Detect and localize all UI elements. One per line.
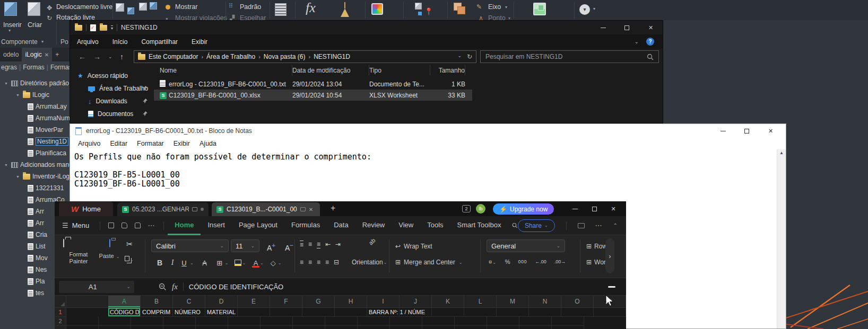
spreadsheet-cell[interactable]: BARRA Nº: 1 / NÚME xyxy=(367,308,400,317)
tree-item[interactable]: ▼ 13221331 xyxy=(0,182,70,194)
free-move-button[interactable]: Deslocamento livre xyxy=(56,3,112,11)
tree-item[interactable]: ▼ Diretórios padrão xyxy=(0,77,70,89)
properties-qat-icon[interactable] xyxy=(90,24,96,31)
empty-cells[interactable] xyxy=(66,317,584,326)
notepad-menu-item[interactable]: Arquivo xyxy=(73,140,105,147)
align-center-icon[interactable]: ≡ xyxy=(308,259,312,266)
wrap-text-button[interactable]: ↩ Wrap Text xyxy=(395,243,432,250)
column-header[interactable]: A xyxy=(108,296,141,308)
spreadsheet-cell[interactable]: MATERIAL xyxy=(205,308,238,317)
explorer-menu-item[interactable]: Exibir xyxy=(185,34,214,49)
close-button[interactable]: ✕ xyxy=(604,201,623,216)
italic-icon[interactable]: I xyxy=(166,259,179,267)
breadcrumb-segment[interactable]: Área de Trabalho xyxy=(206,53,255,60)
column-header[interactable]: L xyxy=(464,296,497,308)
insert-button-label[interactable]: Inserir xyxy=(3,21,22,29)
show-button[interactable]: Mostrar xyxy=(175,3,197,11)
row-3-header[interactable] xyxy=(55,326,66,329)
insert-component-icon[interactable] xyxy=(4,2,17,16)
column-header[interactable]: B xyxy=(141,296,173,308)
create-button-label[interactable]: Criar xyxy=(28,21,42,29)
wps-menu-tab[interactable]: Review xyxy=(355,216,392,235)
column-size[interactable]: Tamanho xyxy=(430,65,465,76)
expander-icon[interactable]: ▼ xyxy=(16,93,21,97)
zoom-formula-icon[interactable] xyxy=(159,283,167,291)
ribbon-options-icon[interactable]: ▾ xyxy=(593,6,595,11)
wps-menu-tab[interactable]: Tools xyxy=(420,216,450,235)
name-box-dropdown-icon[interactable]: ⌄ xyxy=(126,284,131,289)
notepad-titlebar[interactable]: errorLog - C123019_BF-B6-C0001_00.txt - … xyxy=(70,124,786,138)
simplify-icon[interactable] xyxy=(533,3,546,15)
insert-dropdown-icon[interactable]: ▾ xyxy=(8,28,11,33)
spreadsheet-cell[interactable] xyxy=(464,308,497,317)
cut-icon[interactable]: ✂ xyxy=(125,239,135,249)
align-middle-icon[interactable]: ≡ xyxy=(308,241,312,248)
spreadsheet-cell[interactable] xyxy=(432,308,464,317)
percent-icon[interactable]: % xyxy=(505,259,510,265)
scroll-up-icon[interactable]: ▲ xyxy=(777,149,786,157)
cell-name-box[interactable]: A1 ⌄ xyxy=(59,281,134,293)
create-component-icon[interactable] xyxy=(28,2,40,16)
wps-menu-tab[interactable]: Page Layout xyxy=(232,216,284,235)
column-header[interactable]: F xyxy=(270,296,302,308)
address-dropdown-icon[interactable]: ⌄ xyxy=(457,53,462,60)
currency-icon[interactable]: ¤⌄ xyxy=(489,259,497,265)
expander-icon[interactable]: ▼ xyxy=(4,163,9,167)
open-folder-icon[interactable] xyxy=(108,223,114,228)
fill-color-icon[interactable] xyxy=(235,260,241,264)
explorer-titlebar[interactable]: ▾ NESTING1D ✕ xyxy=(70,21,663,34)
forward-icon[interactable]: → xyxy=(93,52,101,61)
notepad-scrollbar[interactable]: ▲ xyxy=(777,149,786,328)
column-header[interactable]: C xyxy=(173,296,205,308)
close-button[interactable]: ✕ xyxy=(639,21,663,34)
move-bodies-icon[interactable] xyxy=(116,3,124,12)
paste-button[interactable]: Paste ⌄ xyxy=(98,239,121,260)
wps-menu-tab[interactable]: Formulas xyxy=(284,216,327,235)
thousands-separator-icon[interactable]: 000 xyxy=(518,259,527,264)
expander-icon[interactable]: ▼ xyxy=(4,82,9,85)
document-tab[interactable]: 05.2023 ...GENHARIA xyxy=(117,202,209,216)
borders-icon[interactable]: ⊞ xyxy=(215,259,224,267)
explorer-menu-item[interactable]: Compartilhar xyxy=(134,34,185,49)
breadcrumb-segment[interactable]: NESTING1D xyxy=(314,53,350,60)
notepad-menu-item[interactable]: Formatar xyxy=(132,140,169,147)
column-modified[interactable]: Data de modificação xyxy=(292,65,369,76)
wps-menu-tab[interactable]: Data xyxy=(327,216,355,235)
user-avatar[interactable]: lb xyxy=(476,204,485,214)
pattern-button[interactable]: Padrão xyxy=(240,3,261,11)
tree-item[interactable]: ▼ Adicionados manua xyxy=(0,159,70,171)
minimize-button[interactable] xyxy=(711,124,735,138)
structure-icon[interactable] xyxy=(415,3,422,10)
row-1-header[interactable]: 1 xyxy=(55,308,66,317)
collapse-ribbon-icon[interactable]: ⌃ xyxy=(613,223,618,228)
tab-add[interactable]: + xyxy=(52,48,62,61)
axis-button[interactable]: Eixo xyxy=(488,3,501,11)
close-button[interactable]: ✕ xyxy=(759,124,783,138)
more-icon[interactable]: ⋯ xyxy=(595,221,603,229)
window-switcher-icon[interactable]: 2 xyxy=(462,205,471,212)
column-header[interactable]: J xyxy=(400,296,432,308)
sidebar-item[interactable]: ↓ Downloads xyxy=(70,95,154,108)
column-header[interactable]: M xyxy=(497,296,529,308)
spreadsheet-cell[interactable] xyxy=(529,308,561,317)
rows-columns-button[interactable]: ⊞ Row xyxy=(586,243,607,250)
column-header[interactable]: D xyxy=(205,296,238,308)
tree-item[interactable]: ▼ ILogic xyxy=(0,89,70,101)
clean-broom-icon[interactable] xyxy=(341,8,349,17)
maximize-button[interactable] xyxy=(615,21,639,34)
explorer-menu-item[interactable]: Início xyxy=(106,34,135,49)
column-header[interactable]: G xyxy=(302,296,335,308)
sidebar-item[interactable]: Documentos xyxy=(70,108,154,120)
new-folder-qat-icon[interactable] xyxy=(100,25,107,31)
wps-menu-tab[interactable]: Insert xyxy=(201,216,232,235)
upgrade-button[interactable]: ⚡ Upgrade now xyxy=(493,203,554,215)
component-dropdown-icon[interactable]: ▾ xyxy=(41,39,44,44)
spreadsheet-cell[interactable]: COMPRIM xyxy=(141,308,173,317)
font-size-select[interactable]: 11⌄ xyxy=(231,239,259,252)
orientation-button[interactable]: Orientation⌄ xyxy=(352,259,388,266)
wps-menu-tab[interactable]: Home xyxy=(168,216,201,235)
align-right-icon[interactable]: ≡ xyxy=(317,259,320,266)
file-row[interactable]: C123019_BF-B6-C0001_00.xlsx 29/01/2024 1… xyxy=(154,90,472,101)
bom-table-icon[interactable] xyxy=(275,3,287,16)
maximize-button[interactable] xyxy=(735,124,759,138)
